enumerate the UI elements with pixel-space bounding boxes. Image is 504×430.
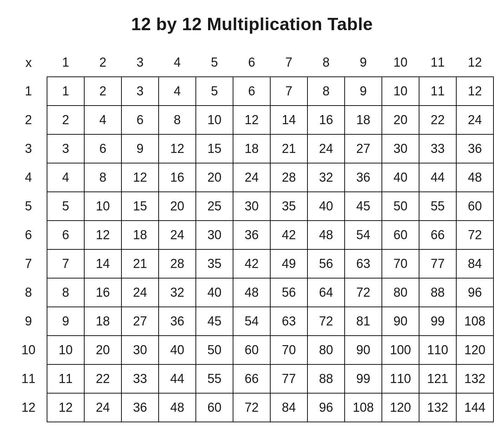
cell: 6 xyxy=(233,77,270,106)
row-header: 4 xyxy=(10,163,47,192)
row-header: 9 xyxy=(10,307,47,336)
cell: 70 xyxy=(270,336,307,364)
col-header: 8 xyxy=(307,48,345,77)
cell: 24 xyxy=(233,163,270,192)
multiplication-table: x 1 2 3 4 5 6 7 8 9 10 11 12 1 1 2 3 4 xyxy=(10,48,494,422)
cell: 7 xyxy=(270,77,307,106)
cell: 54 xyxy=(345,221,382,249)
row-header: 2 xyxy=(10,106,47,134)
cell: 81 xyxy=(345,307,382,336)
table-row: 8 8 16 24 32 40 48 56 64 72 80 88 96 xyxy=(10,278,493,307)
table-row: 7 7 14 21 28 35 42 49 56 63 70 77 84 xyxy=(10,249,493,278)
cell: 42 xyxy=(270,221,307,249)
cell: 20 xyxy=(159,192,196,221)
cell: 22 xyxy=(419,106,456,134)
row-header: 3 xyxy=(10,134,47,163)
cell: 11 xyxy=(47,364,84,393)
cell: 16 xyxy=(307,106,345,134)
row-header: 10 xyxy=(10,336,47,364)
cell: 77 xyxy=(270,364,307,393)
cell: 48 xyxy=(456,163,493,192)
cell: 24 xyxy=(456,106,493,134)
cell: 48 xyxy=(159,393,196,422)
cell: 9 xyxy=(121,134,159,163)
cell: 16 xyxy=(159,163,196,192)
cell: 45 xyxy=(345,192,382,221)
cell: 90 xyxy=(382,307,419,336)
cell: 4 xyxy=(47,163,84,192)
cell: 8 xyxy=(84,163,121,192)
cell: 12 xyxy=(456,77,493,106)
cell: 42 xyxy=(233,249,270,278)
cell: 40 xyxy=(196,278,233,307)
cell: 121 xyxy=(419,364,456,393)
page-title: 12 by 12 Multiplication Table xyxy=(7,14,497,34)
cell: 10 xyxy=(84,192,121,221)
cell: 60 xyxy=(196,393,233,422)
cell: 24 xyxy=(84,393,121,422)
cell: 70 xyxy=(382,249,419,278)
cell: 2 xyxy=(47,106,84,134)
cell: 21 xyxy=(121,249,159,278)
col-header: 6 xyxy=(233,48,270,77)
row-header: 8 xyxy=(10,278,47,307)
cell: 45 xyxy=(196,307,233,336)
cell: 12 xyxy=(84,221,121,249)
cell: 35 xyxy=(270,192,307,221)
cell: 33 xyxy=(419,134,456,163)
cell: 4 xyxy=(159,77,196,106)
col-header: 3 xyxy=(121,48,159,77)
cell: 60 xyxy=(382,221,419,249)
cell: 72 xyxy=(233,393,270,422)
cell: 60 xyxy=(233,336,270,364)
cell: 18 xyxy=(233,134,270,163)
cell: 54 xyxy=(233,307,270,336)
cell: 110 xyxy=(419,336,456,364)
cell: 8 xyxy=(159,106,196,134)
cell: 40 xyxy=(382,163,419,192)
cell: 15 xyxy=(196,134,233,163)
cell: 80 xyxy=(382,278,419,307)
cell: 18 xyxy=(345,106,382,134)
cell: 1 xyxy=(47,77,84,106)
table-row: 10 10 20 30 40 50 60 70 80 90 100 110 12… xyxy=(10,336,493,364)
table-row: 11 11 22 33 44 55 66 77 88 99 110 121 13… xyxy=(10,364,493,393)
cell: 63 xyxy=(270,307,307,336)
cell: 30 xyxy=(233,192,270,221)
col-header: 7 xyxy=(270,48,307,77)
cell: 48 xyxy=(307,221,345,249)
cell: 132 xyxy=(456,364,493,393)
cell: 55 xyxy=(419,192,456,221)
cell: 55 xyxy=(196,364,233,393)
cell: 30 xyxy=(121,336,159,364)
table-row: 12 12 24 36 48 60 72 84 96 108 120 132 1… xyxy=(10,393,493,422)
cell: 10 xyxy=(47,336,84,364)
cell: 132 xyxy=(419,393,456,422)
cell: 30 xyxy=(382,134,419,163)
cell: 12 xyxy=(47,393,84,422)
cell: 36 xyxy=(233,221,270,249)
cell: 22 xyxy=(84,364,121,393)
cell: 32 xyxy=(307,163,345,192)
cell: 20 xyxy=(382,106,419,134)
cell: 72 xyxy=(307,307,345,336)
cell: 7 xyxy=(47,249,84,278)
cell: 20 xyxy=(196,163,233,192)
cell: 56 xyxy=(270,278,307,307)
table-row: 1 1 2 3 4 5 6 7 8 9 10 11 12 xyxy=(10,77,493,106)
cell: 110 xyxy=(382,364,419,393)
cell: 3 xyxy=(47,134,84,163)
row-header: 6 xyxy=(10,221,47,249)
cell: 12 xyxy=(121,163,159,192)
cell: 30 xyxy=(196,221,233,249)
cell: 144 xyxy=(456,393,493,422)
cell: 88 xyxy=(419,278,456,307)
cell: 100 xyxy=(382,336,419,364)
cell: 60 xyxy=(456,192,493,221)
col-header: 4 xyxy=(159,48,196,77)
cell: 77 xyxy=(419,249,456,278)
cell: 6 xyxy=(121,106,159,134)
cell: 9 xyxy=(47,307,84,336)
col-header: 5 xyxy=(196,48,233,77)
cell: 20 xyxy=(84,336,121,364)
